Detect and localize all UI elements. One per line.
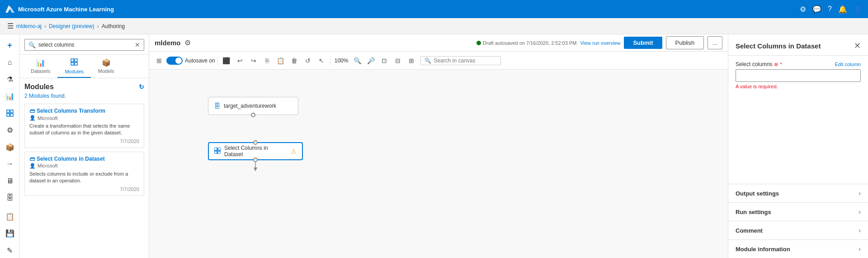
help-icon[interactable]: ?: [828, 5, 832, 13]
submit-button[interactable]: Submit: [624, 37, 662, 49]
output-settings-section[interactable]: Output settings ›: [728, 184, 868, 202]
canvas-options-icon[interactable]: ⊞: [405, 54, 418, 67]
redo-icon[interactable]: ↪: [247, 54, 260, 67]
svg-rect-9: [75, 62, 77, 65]
module-panel: 🔍 ✕ 📊 Datasets Modules: [20, 34, 149, 258]
top-bar: Microsoft Azure Machine Learning ⚙ 💬 ? 🔔…: [0, 0, 868, 18]
module-card-2-author: 👤 Microsoft: [29, 163, 139, 169]
view-run-link[interactable]: View run overview: [580, 40, 620, 46]
module-card-1-author: 👤 Microsoft: [29, 115, 139, 121]
hamburger-icon[interactable]: ☰: [7, 22, 14, 30]
module-information-section[interactable]: Module information ›: [728, 239, 868, 258]
delete-icon[interactable]: 🗑: [288, 54, 301, 67]
breadcrumb-item-3: Authoring: [102, 23, 125, 29]
close-icon[interactable]: ✕: [854, 41, 861, 51]
fit-view-icon[interactable]: ⊡: [378, 54, 391, 67]
module-card-1-date: 7/7/2020: [29, 139, 139, 144]
tab-modules-label: Modules: [65, 69, 84, 74]
sidebar-icon-models[interactable]: 📦: [2, 139, 18, 154]
autosave-toggle[interactable]: [166, 57, 183, 65]
breadcrumb-item-2[interactable]: Designer (preview): [49, 23, 94, 29]
publish-button[interactable]: Publish: [666, 36, 704, 49]
reset-icon[interactable]: ↺: [302, 54, 314, 67]
sidebar-icon-bottom-3[interactable]: ✎: [2, 243, 18, 258]
run-settings-label: Run settings: [736, 209, 771, 215]
grid-toggle-icon[interactable]: ⊞: [153, 54, 165, 67]
refresh-icon[interactable]: ↻: [139, 83, 144, 91]
output-settings-label: Output settings: [736, 190, 779, 197]
copy-icon[interactable]: ⎘: [261, 54, 274, 67]
sidebar-icon-endpoints[interactable]: →: [2, 157, 18, 172]
search-clear-icon[interactable]: ✕: [135, 41, 140, 48]
svg-rect-7: [75, 59, 77, 62]
svg-rect-2: [7, 110, 9, 113]
svg-marker-1: [9, 8, 14, 13]
canvas-content[interactable]: 🗄 target_adventurework Select Columns in…: [149, 70, 728, 258]
layout-icon[interactable]: ⬛: [220, 54, 233, 67]
svg-rect-13: [218, 148, 221, 150]
feedback-icon[interactable]: 💬: [812, 5, 821, 14]
sidebar-icon-compute[interactable]: 🖥: [2, 173, 18, 188]
zoom-out-icon[interactable]: 🔍: [351, 54, 363, 67]
search-canvas-input[interactable]: [434, 57, 497, 64]
sidebar-icon-experiments[interactable]: ⚗: [2, 72, 18, 87]
canvas-toolbar: ⊞ Autosave on ⬛ ↩ ↪ ⎘ 📋 🗑 ↺ ↖ 100% 🔍 🔎 ⊡…: [149, 52, 728, 70]
node-2-port-bottom[interactable]: [253, 158, 258, 162]
right-panel: Select Columns in Dataset ✕ Select colum…: [728, 34, 868, 258]
settings-icon[interactable]: ⚙: [800, 5, 806, 14]
tab-modules[interactable]: Modules: [57, 55, 91, 78]
canvas-title-left: mldemo ⚙: [155, 38, 191, 47]
field-label-text: Select columns: [736, 61, 772, 67]
sidebar-icon-bottom-1[interactable]: 📋: [2, 209, 18, 224]
select-columns-input[interactable]: [736, 69, 861, 82]
sidebar-icons: + ⌂ ⚗ 📊 ⚙ 📦 → 🖥 🗄 📋 💾 ✎: [0, 34, 20, 258]
sidebar-icon-bottom-2[interactable]: 💾: [2, 226, 18, 241]
main-layout: + ⌂ ⚗ 📊 ⚙ 📦 → 🖥 🗄 📋 💾 ✎ 🔍 ✕: [0, 34, 868, 258]
account-icon[interactable]: 👤: [854, 5, 863, 14]
tab-models[interactable]: 📦 Models: [91, 55, 121, 78]
sidebar-icon-datasets[interactable]: 📊: [2, 89, 18, 104]
node-select-columns[interactable]: Select Columns in Dataset ⚠: [208, 142, 303, 160]
toolbar-sep-2: [330, 56, 330, 65]
sidebar-icon-home[interactable]: ⌂: [2, 55, 18, 70]
tab-datasets[interactable]: 📊 Datasets: [24, 55, 57, 78]
comment-section[interactable]: Comment ›: [728, 221, 868, 239]
panel-content: Modules ↻ 2 Modules found. 🗃 Select Colu…: [20, 78, 149, 258]
svg-rect-14: [214, 151, 217, 154]
breadcrumb-item-1[interactable]: mldemo-aj: [16, 23, 42, 29]
pipeline-settings-icon[interactable]: ⚙: [184, 38, 191, 47]
edit-column-link[interactable]: Edit column: [835, 62, 861, 67]
undo-icon[interactable]: ↩: [234, 54, 246, 67]
svg-rect-8: [71, 62, 74, 65]
canvas-title-bar: mldemo ⚙ Draft autosaved on 7/16/2020, 2…: [149, 34, 728, 52]
notifications-icon[interactable]: 🔔: [838, 5, 847, 14]
node-1-port-bottom[interactable]: [251, 113, 255, 117]
comment-label: Comment: [736, 227, 763, 234]
right-panel-title: Select Columns in Dataset: [736, 42, 821, 50]
module-card-1[interactable]: 🗃 Select Columns Transform 👤 Microsoft C…: [24, 104, 144, 148]
toolbar-sep-1: [217, 56, 218, 65]
node-target-adventurework[interactable]: 🗄 target_adventurework: [208, 97, 298, 115]
panel-title: Modules ↻: [24, 83, 144, 91]
sidebar-icon-designer[interactable]: [2, 106, 18, 121]
select-icon[interactable]: ↖: [315, 54, 328, 67]
field-required-icon: ⊛: [774, 62, 778, 67]
search-input[interactable]: [38, 42, 132, 48]
run-settings-section[interactable]: Run settings ›: [728, 202, 868, 221]
zoom-in-icon[interactable]: 🔎: [364, 54, 377, 67]
svg-rect-3: [10, 110, 13, 113]
sidebar-icon-new[interactable]: +: [2, 38, 18, 53]
module-card-2[interactable]: 🗃 Select Columns in Dataset 👤 Microsoft …: [24, 152, 144, 196]
module-card-1-desc: Create a transformation that selects the…: [29, 123, 139, 137]
minimap-icon[interactable]: ⊟: [392, 54, 404, 67]
module-card-1-icon: 🗃: [29, 108, 35, 114]
sidebar-icon-data[interactable]: 🗄: [2, 191, 18, 205]
module-card-2-icon: 🗃: [29, 156, 35, 162]
tab-datasets-label: Datasets: [31, 68, 50, 74]
breadcrumb: ☰ mldemo-aj › Designer (preview) › Autho…: [0, 18, 868, 34]
paste-icon[interactable]: 📋: [274, 54, 287, 67]
output-settings-chevron-icon: ›: [859, 190, 861, 197]
sidebar-icon-automated-ml[interactable]: ⚙: [2, 123, 18, 138]
node-2-port-top[interactable]: [253, 140, 258, 145]
more-button[interactable]: ...: [708, 36, 722, 49]
